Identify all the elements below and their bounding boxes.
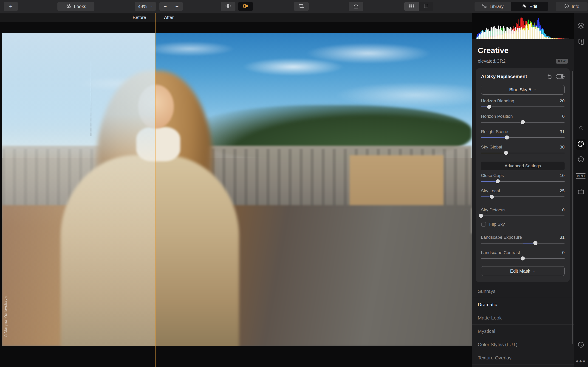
after-label: After [164,15,174,20]
slider-label: Sky Local [481,188,500,193]
slider-thumb[interactable] [521,256,525,260]
quick-preview-button[interactable] [221,2,235,11]
slider-control: Sky Global 30 [481,145,565,156]
image-canvas[interactable]: Before After ©Maryna Yurlovskaya [0,13,472,367]
zoom-level-dropdown[interactable]: 49% ⌄ [135,2,156,11]
slider-thumb[interactable] [487,105,491,109]
creative-tool-section[interactable]: Color Styles (LUT) [472,338,574,351]
chevron-down-icon: ⌄ [533,268,536,273]
canvas-tools-button[interactable] [577,38,585,46]
slider-value: 0 [562,250,565,255]
slider-control: Horizon Blending 20 [481,99,565,110]
zoom-button-group: − + [159,2,183,11]
creative-tab-button[interactable] [576,139,586,150]
portrait-tab-button[interactable] [577,156,585,164]
photo-preview[interactable]: ©Maryna Yurlovskaya [2,33,472,346]
compare-before-after-button[interactable] [238,2,253,11]
tv-tower-silhouette [91,61,91,136]
tool-enabled-toggle[interactable] [556,74,565,79]
history-button[interactable] [577,341,585,349]
slider-control: Sky Local 25 [481,188,565,200]
slider-track[interactable] [481,213,565,219]
eye-icon [225,3,231,10]
looks-label: Looks [74,4,86,9]
briefcase-icon [577,188,585,196]
creative-tool-section[interactable]: Mystical [472,325,574,338]
slider-track[interactable] [481,240,565,246]
professional-tab-button[interactable]: PRO [577,172,585,180]
slider-thumb[interactable] [496,179,500,184]
chevron-down-icon: ⌄ [150,4,153,8]
layers-button[interactable] [577,22,585,30]
tab-info[interactable]: Info [556,2,588,11]
before-state-region [2,33,155,346]
single-view-button[interactable] [419,2,433,11]
slider-thumb[interactable] [533,241,537,245]
slider-track[interactable] [481,150,565,156]
slider-label: Landscape Contrast [481,250,520,255]
more-options-button[interactable]: ●●● [577,357,585,365]
edit-side-panel: Creative elevated.CR2 RAW AI Sky Replace… [472,13,588,367]
chevron-down-icon: ⌄ [534,87,537,91]
toolbox-button[interactable] [577,188,585,196]
histogram[interactable] [472,13,574,39]
slider-thumb[interactable] [521,120,525,124]
essentials-tab-button[interactable] [577,124,585,133]
creative-tool-section[interactable]: Dramatic [472,298,574,311]
zoom-in-button[interactable]: + [171,2,183,11]
app-window: + Looks 49% ⌄ − + [0,0,588,367]
slider-control: Landscape Contrast 0 [481,250,565,262]
slider-thumb[interactable] [504,151,508,155]
slider-track[interactable] [481,256,565,262]
tab-edit[interactable]: Edit [511,2,548,11]
share-icon [353,3,359,10]
creative-tool-section[interactable]: Matte Look [472,311,574,325]
workspace-tabs: Library Edit Info [475,2,588,11]
face-icon [577,156,585,164]
view-mode-group [404,2,433,11]
slider-thumb[interactable] [505,135,509,140]
flip-sky-label: Flip Sky [489,222,505,227]
tool-title: AI Sky Replacement [481,74,547,79]
slider-value: 30 [560,145,565,150]
slider-track[interactable] [481,119,565,125]
right-icon-strip: PRO ●●● [574,13,588,367]
panel-scrollbar[interactable] [572,71,573,344]
creative-tools-list: Sunrays Dramatic Matte Look Mystical Col… [472,285,574,367]
slider-thumb[interactable] [479,214,483,218]
ellipsis-icon: ●●● [576,359,586,364]
crop-button[interactable] [294,2,309,11]
slider-label: Horizon Blending [481,99,514,103]
slider-value: 10 [560,173,565,178]
slider-track[interactable] [481,104,565,110]
slider-control: Sky Defocus 0 [481,208,565,219]
clock-icon [577,341,585,349]
slider-thumb[interactable] [490,195,494,199]
looks-button[interactable]: Looks [57,2,94,11]
slider-label: Close Gaps [481,173,504,178]
reset-tool-button[interactable] [547,74,553,79]
flip-sky-checkbox[interactable] [481,222,486,226]
sky-preset-dropdown[interactable]: Blue Sky 5 ⌄ [481,85,565,95]
slider-track[interactable] [481,194,565,200]
slider-label: Sky Defocus [481,208,505,213]
edit-mask-button[interactable]: Edit Mask ⌄ [481,266,565,276]
zoom-out-button[interactable]: − [159,2,171,11]
tab-library[interactable]: Library [475,2,511,11]
gallery-view-button[interactable] [404,2,419,11]
creative-tool-section[interactable]: Texture Overlay [472,351,574,365]
layers-icon [577,22,585,30]
add-photos-button[interactable]: + [4,2,18,11]
palette-icon [577,140,585,149]
looks-icon [66,3,72,10]
slider-track[interactable] [481,135,565,141]
photo-credit: ©Maryna Yurlovskaya [4,296,8,337]
creative-tool-section[interactable]: Glow [472,365,574,367]
before-after-divider[interactable] [155,13,155,367]
export-share-button[interactable] [349,2,363,11]
advanced-settings-button[interactable]: Advanced Settings [481,162,565,170]
plus-icon: + [9,3,12,10]
creative-tool-section[interactable]: Sunrays [472,285,574,298]
pro-icon: PRO [576,173,586,179]
slider-track[interactable] [481,179,565,184]
